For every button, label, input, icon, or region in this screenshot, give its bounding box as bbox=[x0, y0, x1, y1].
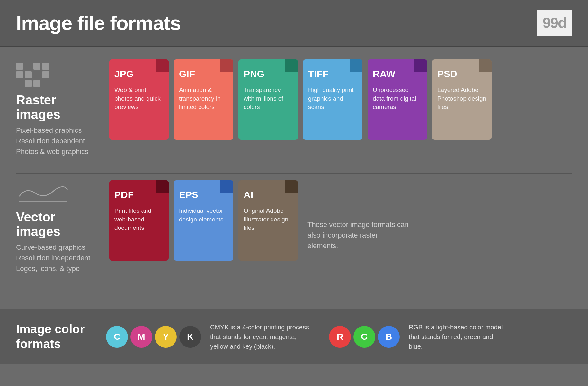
png-desc: Transparency with millions of colors bbox=[244, 86, 293, 112]
file-card-png: PNG Transparency with millions of colors bbox=[238, 59, 298, 140]
rgb-group: R G B RGB is a light-based color model t… bbox=[329, 322, 508, 351]
vector-section: Vector images Curve-based graphics Resol… bbox=[16, 180, 572, 274]
file-card-ai: AI Original Adobe Illustrator design fil… bbox=[238, 180, 298, 261]
rgb-circles: R G B bbox=[329, 326, 400, 348]
circle-r: R bbox=[329, 326, 351, 348]
ai-desc: Original Adobe Illustrator design files bbox=[244, 207, 293, 232]
raster-desc: Pixel-based graphics Resolution dependen… bbox=[16, 125, 100, 157]
circle-c: C bbox=[106, 326, 128, 348]
ai-name: AI bbox=[244, 189, 293, 200]
file-card-pdf: PDF Print files and web-based documents bbox=[109, 180, 169, 261]
png-name: PNG bbox=[244, 68, 293, 79]
logo-box: 99d bbox=[537, 10, 572, 36]
circle-m: M bbox=[130, 326, 152, 348]
vector-note: These vector image formats can also inco… bbox=[307, 203, 410, 251]
rgb-desc: RGB is a light-based color model that st… bbox=[409, 322, 508, 351]
cmyk-circles: C M Y K bbox=[106, 326, 201, 348]
cmyk-group: C M Y K CMYK is a 4-color printing proce… bbox=[106, 322, 310, 351]
vector-wave-icon bbox=[16, 184, 71, 203]
eps-desc: Individual vector design elements bbox=[179, 207, 228, 224]
circle-y: Y bbox=[155, 326, 177, 348]
raster-section: Raster images Pixel-based graphics Resol… bbox=[16, 59, 572, 157]
psd-name: PSD bbox=[437, 68, 486, 79]
logo-text: 99d bbox=[543, 14, 566, 31]
tiff-desc: High quality print graphics and scans bbox=[308, 86, 357, 112]
jpg-name: JPG bbox=[114, 68, 164, 79]
file-card-gif: GIF Animation & transparency in limited … bbox=[174, 59, 233, 140]
raw-name: RAW bbox=[373, 68, 422, 79]
file-card-tiff: TIFF High quality print graphics and sca… bbox=[303, 59, 362, 140]
circle-b: B bbox=[378, 326, 400, 348]
psd-desc: Layered Adobe Photoshop design files bbox=[437, 86, 486, 112]
pdf-name: PDF bbox=[114, 189, 164, 200]
vector-title: Vector images bbox=[16, 210, 100, 239]
file-card-eps: EPS Individual vector design elements bbox=[174, 180, 233, 261]
circle-k: K bbox=[179, 326, 201, 348]
vector-desc: Curve-based graphics Resolution independ… bbox=[16, 242, 100, 274]
file-card-psd: PSD Layered Adobe Photoshop design files bbox=[432, 59, 492, 140]
color-section-title: Image color formats bbox=[16, 322, 87, 351]
jpg-desc: Web & print photos and quick previews bbox=[114, 86, 164, 112]
gif-name: GIF bbox=[179, 68, 228, 79]
vector-cards: PDF Print files and web-based documents … bbox=[109, 180, 298, 261]
eps-name: EPS bbox=[179, 189, 228, 200]
pdf-desc: Print files and web-based documents bbox=[114, 207, 164, 232]
header: Image file formats 99d bbox=[0, 0, 588, 47]
file-card-raw: RAW Unprocessed data from digital camera… bbox=[368, 59, 427, 140]
section-divider bbox=[16, 173, 572, 174]
vector-label: Vector images Curve-based graphics Resol… bbox=[16, 180, 100, 274]
raster-cards: JPG Web & print photos and quick preview… bbox=[109, 59, 492, 140]
raster-icon bbox=[16, 63, 100, 87]
raw-desc: Unprocessed data from digital cameras bbox=[373, 86, 422, 112]
tiff-name: TIFF bbox=[308, 68, 357, 79]
gif-desc: Animation & transparency in limited colo… bbox=[179, 86, 228, 112]
file-card-jpg: JPG Web & print photos and quick preview… bbox=[109, 59, 169, 140]
circle-g: G bbox=[353, 326, 375, 348]
page-title: Image file formats bbox=[16, 12, 181, 34]
main-content: Raster images Pixel-based graphics Resol… bbox=[0, 47, 588, 303]
raster-title: Raster images bbox=[16, 93, 100, 122]
cmyk-desc: CMYK is a 4-color printing process that … bbox=[210, 322, 310, 351]
color-section: Image color formats C M Y K CMYK is a 4-… bbox=[0, 309, 588, 364]
raster-label: Raster images Pixel-based graphics Resol… bbox=[16, 59, 100, 157]
